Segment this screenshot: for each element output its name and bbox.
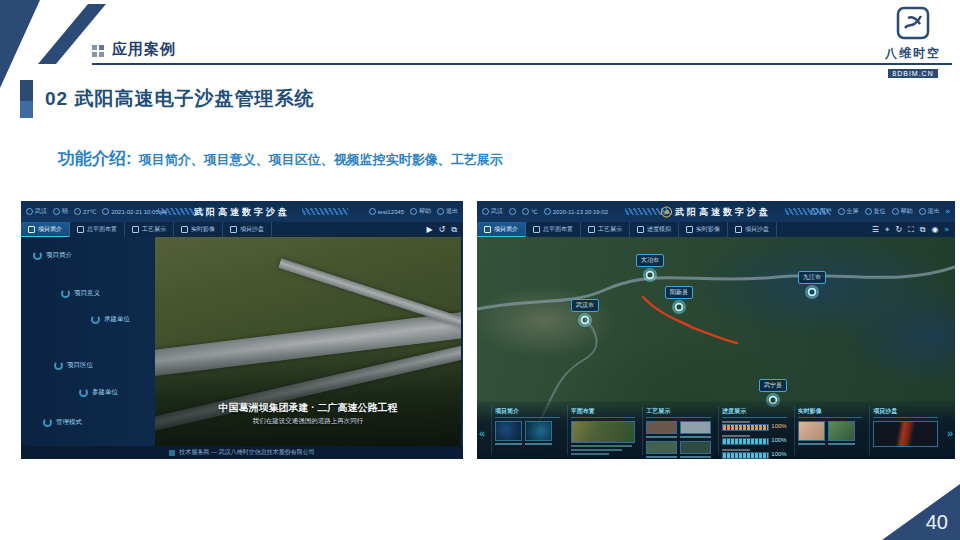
thumbnail[interactable] <box>646 441 677 454</box>
sidebar-item-project-significance[interactable]: 项目意义 <box>61 289 100 298</box>
fullscreen-icon <box>838 208 845 215</box>
panel-progress[interactable]: 进度展示 100% 100% 100% <box>718 406 790 455</box>
progress-fill <box>723 425 768 430</box>
help-button[interactable]: 帮助 <box>410 207 431 216</box>
calendar-icon <box>102 208 109 215</box>
page-number-wedge <box>882 484 960 540</box>
thumbnail[interactable] <box>525 421 552 441</box>
layers-button[interactable]: ⧉ <box>920 226 926 234</box>
play-button[interactable]: ▶ <box>426 226 432 234</box>
map-marker-jiujiang[interactable]: 九江市 <box>798 265 826 299</box>
refresh-button[interactable]: ↻ <box>896 226 903 234</box>
temperature-status: 27℃ <box>74 208 96 215</box>
logout-button[interactable]: 退出 <box>437 207 458 216</box>
tab-master-plan[interactable]: 总平面布置 <box>526 222 581 237</box>
weather-icon <box>53 208 60 215</box>
tab-master-plan[interactable]: 总平面布置 <box>70 222 125 237</box>
more-chevron[interactable]: » <box>946 207 950 216</box>
tab-project-intro[interactable]: 项目简介 <box>477 222 526 237</box>
thumbnail[interactable] <box>798 421 825 441</box>
location-icon <box>26 208 33 215</box>
user-account[interactable]: test12345 <box>369 208 404 215</box>
river-graphic <box>477 267 955 309</box>
marker-label: 九江市 <box>798 271 826 284</box>
tab-icon <box>735 226 742 233</box>
locate-button[interactable]: ⌖ <box>885 226 890 234</box>
panel-project-intro[interactable]: 项目简介 <box>491 406 563 455</box>
video-caption-title: 中国葛洲坝集团承建 · 二广高速公路工程 <box>155 401 461 415</box>
menu-button[interactable]: ☰ <box>872 226 879 234</box>
decor-hatch-right <box>302 208 348 215</box>
record-button[interactable]: ◉ <box>932 226 939 234</box>
fullscreen-button[interactable]: 全屏 <box>838 207 859 216</box>
tab-live-video[interactable]: 实时影像 <box>679 222 728 237</box>
panel-scroll-right[interactable]: » <box>947 427 953 439</box>
video-caption-subtitle: 我们在建设交通强国的道路上再次同行 <box>155 417 461 426</box>
thermometer-icon <box>522 208 529 215</box>
tab-icon <box>230 226 237 233</box>
feature-intro-label: 功能介绍: <box>58 147 132 170</box>
spinner-icon <box>33 251 42 260</box>
fullscreen-button[interactable]: ⛶ <box>908 226 914 234</box>
tab-live-video[interactable]: 实时影像 <box>174 222 223 237</box>
spinner-icon <box>43 418 52 427</box>
thumbnail[interactable] <box>646 421 677 434</box>
sidebar-item-project-intro[interactable]: 项目简介 <box>33 251 72 260</box>
marker-dot-icon <box>805 285 819 299</box>
marker-dot-icon <box>672 300 686 314</box>
tab-project-intro[interactable]: 项目简介 <box>21 222 70 237</box>
panel-scroll-left[interactable]: « <box>479 427 485 439</box>
more-chevron[interactable]: » <box>945 226 949 234</box>
presentation-slide: 应用案例 八维时空 8DBIM.CN 02 武阳高速电子沙盘管理系统 功能介绍:… <box>0 0 960 540</box>
map-marker-daye[interactable]: 大冶市 <box>636 248 664 282</box>
satellite-map[interactable]: 武汉市 大冶市 阳新县 九江市 武宁县 « 项目简 <box>477 237 955 459</box>
logout-button[interactable]: 退出 <box>919 207 940 216</box>
undo-button[interactable]: ↺ <box>439 226 446 234</box>
video-player[interactable]: 中国葛洲坝集团承建 · 二广高速公路工程 我们在建设交通强国的道路上再次同行 <box>155 237 461 446</box>
panel-plan-layout[interactable]: 平面布置 <box>567 406 639 455</box>
progress-bar-row: 100% <box>722 449 787 459</box>
map-marker-yangxin[interactable]: 阳新县 <box>665 280 693 314</box>
thumbnail[interactable] <box>571 421 636 443</box>
brand-name: 八维时空 <box>874 45 952 62</box>
logout-icon <box>437 208 444 215</box>
sidebar-item-project-location[interactable]: 项目区位 <box>54 361 93 370</box>
save-button[interactable]: ⧉ <box>451 226 457 234</box>
thumbnail[interactable] <box>680 421 711 434</box>
help-icon <box>410 208 417 215</box>
feature-intro-text: 项目简介、项目意义、项目区位、视频监控实时影像、工艺展示 <box>139 151 503 169</box>
marker-label: 大冶市 <box>636 254 664 267</box>
marker-label: 武宁县 <box>759 379 787 392</box>
grid-squares-icon <box>92 45 104 57</box>
tab-process-display[interactable]: 工艺展示 <box>581 222 630 237</box>
left-app-title: 武阳高速数字沙盘 <box>194 205 290 218</box>
progress-value: 100% <box>771 423 786 429</box>
thumbnail[interactable] <box>680 441 711 454</box>
compass-icon <box>865 208 872 215</box>
thumbnail[interactable] <box>873 421 938 447</box>
user-account[interactable]: 用户 <box>811 207 832 216</box>
tab-process-display[interactable]: 工艺展示 <box>125 222 174 237</box>
reset-view-button[interactable]: 复位 <box>865 207 886 216</box>
marker-label: 阳新县 <box>665 286 693 299</box>
left-status-group: 武汉 晴 27℃ 2021-02-21 10:05:44 <box>26 207 167 216</box>
thumbnail[interactable] <box>828 421 855 441</box>
sidebar-item-management-mode[interactable]: 管理模式 <box>43 418 82 427</box>
city-status: 武汉 <box>482 207 503 216</box>
map-marker-wuhan[interactable]: 武汉市 <box>571 293 599 327</box>
panel-sandtable[interactable]: 项目沙盘 <box>869 406 941 455</box>
sidebar-item-contractor[interactable]: 承建单位 <box>91 315 130 324</box>
tab-progress-simulation[interactable]: 进度模拟 <box>630 222 679 237</box>
panel-process-display[interactable]: 工艺展示 <box>642 406 714 455</box>
panel-live-video[interactable]: 实时影像 <box>794 406 866 455</box>
tab-project-sandtable[interactable]: 项目沙盘 <box>728 222 777 237</box>
progress-value: 100% <box>771 451 786 457</box>
spinner-icon <box>91 315 100 324</box>
progress-fill <box>723 439 768 444</box>
left-tab-row: 项目简介 总平面布置 工艺展示 实时影像 项目沙盘 ▶ ↺ ⧉ <box>21 222 463 238</box>
tab-project-sandtable[interactable]: 项目沙盘 <box>223 222 272 237</box>
thumbnail[interactable] <box>495 421 522 441</box>
help-button[interactable]: 帮助 <box>892 207 913 216</box>
brand-domain: 8DBIM.CN <box>888 69 937 78</box>
sidebar-item-participants[interactable]: 参建单位 <box>79 388 118 397</box>
